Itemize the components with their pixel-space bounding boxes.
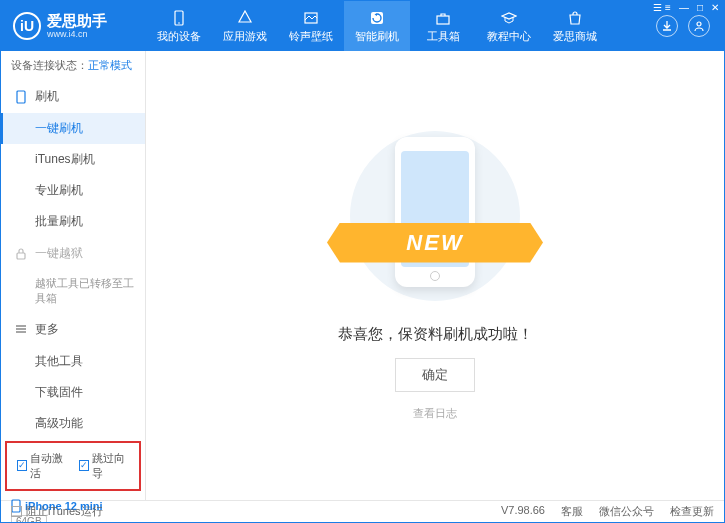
service-link[interactable]: 客服: [561, 504, 583, 519]
auto-activate-checkbox[interactable]: ✓自动激活: [17, 451, 67, 481]
sidebar-item-itunes-flash[interactable]: iTunes刷机: [1, 144, 145, 175]
user-button[interactable]: [688, 15, 710, 37]
main-content: NEW 恭喜您，保资料刷机成功啦！ 确定 查看日志: [146, 51, 724, 500]
title-bar: ☰ ≡ — □ ✕ iU 爱思助手 www.i4.cn 我的设备 应用游戏 铃声…: [1, 1, 724, 51]
toolbox-icon: [434, 9, 452, 27]
block-itunes-label: 阻止iTunes运行: [26, 504, 103, 519]
ok-button[interactable]: 确定: [395, 358, 475, 392]
top-nav: 我的设备 应用游戏 铃声壁纸 智能刷机 工具箱 教程中心 爱思商城: [146, 1, 656, 51]
nav-label: 智能刷机: [355, 29, 399, 44]
flash-section-head[interactable]: 刷机: [1, 80, 145, 113]
wallpaper-icon: [302, 9, 320, 27]
phone-icon: [15, 90, 27, 104]
view-log-link[interactable]: 查看日志: [413, 406, 457, 421]
nav-label: 铃声壁纸: [289, 29, 333, 44]
svg-point-5: [697, 22, 701, 26]
new-ribbon: NEW: [327, 223, 543, 263]
nav-smart-flash[interactable]: 智能刷机: [344, 1, 410, 51]
refresh-icon: [368, 9, 386, 27]
nav-ringtones[interactable]: 铃声壁纸: [278, 1, 344, 51]
bag-icon: [566, 9, 584, 27]
check-update-link[interactable]: 检查更新: [670, 504, 714, 519]
more-section-head[interactable]: 更多: [1, 313, 145, 346]
nav-store[interactable]: 爱思商城: [542, 1, 608, 51]
apps-icon: [236, 9, 254, 27]
status-value: 正常模式: [88, 59, 132, 71]
logo: iU 爱思助手 www.i4.cn: [1, 12, 146, 40]
sidebar-item-batch-flash[interactable]: 批量刷机: [1, 206, 145, 237]
close-icon[interactable]: ✕: [711, 2, 719, 13]
sidebar-item-pro-flash[interactable]: 专业刷机: [1, 175, 145, 206]
svg-rect-4: [437, 16, 449, 24]
nav-apps[interactable]: 应用游戏: [212, 1, 278, 51]
svg-rect-6: [17, 91, 25, 103]
version-label: V7.98.66: [501, 504, 545, 519]
sidebar-item-other-tools[interactable]: 其他工具: [1, 346, 145, 377]
nav-label: 应用游戏: [223, 29, 267, 44]
nav-label: 我的设备: [157, 29, 201, 44]
wechat-link[interactable]: 微信公众号: [599, 504, 654, 519]
graduation-icon: [500, 9, 518, 27]
sidebar-item-download-firmware[interactable]: 下载固件: [1, 377, 145, 408]
sidebar-item-advanced[interactable]: 高级功能: [1, 408, 145, 439]
jailbreak-note: 越狱工具已转移至工具箱: [1, 270, 145, 313]
download-button[interactable]: [656, 15, 678, 37]
logo-title: 爱思助手: [47, 13, 107, 30]
options-highlight: ✓自动激活 ✓跳过向导: [5, 441, 141, 491]
skip-guide-checkbox[interactable]: ✓跳过向导: [79, 451, 129, 481]
nav-label: 教程中心: [487, 29, 531, 44]
nav-my-device[interactable]: 我的设备: [146, 1, 212, 51]
maximize-icon[interactable]: □: [697, 2, 703, 13]
logo-subtitle: www.i4.cn: [47, 29, 107, 39]
header-actions: [656, 15, 724, 37]
nav-tutorials[interactable]: 教程中心: [476, 1, 542, 51]
phone-icon: [170, 9, 188, 27]
success-illustration: NEW: [335, 131, 535, 311]
block-itunes-checkbox[interactable]: [11, 506, 22, 517]
nav-label: 爱思商城: [553, 29, 597, 44]
sidebar: 设备连接状态：正常模式 刷机 一键刷机 iTunes刷机 专业刷机 批量刷机 一…: [1, 51, 146, 500]
lock-icon: [15, 248, 27, 260]
menu-icon: [15, 323, 27, 335]
menu-icon[interactable]: ☰ ≡: [653, 2, 671, 13]
success-message: 恭喜您，保资料刷机成功啦！: [338, 325, 533, 344]
minimize-icon[interactable]: —: [679, 2, 689, 13]
logo-icon: iU: [13, 12, 41, 40]
nav-toolbox[interactable]: 工具箱: [410, 1, 476, 51]
jailbreak-section-head[interactable]: 一键越狱: [1, 237, 145, 270]
svg-point-1: [178, 22, 180, 24]
connection-status: 设备连接状态：正常模式: [1, 51, 145, 80]
window-controls: ☰ ≡ — □ ✕: [653, 2, 719, 13]
nav-label: 工具箱: [427, 29, 460, 44]
svg-rect-7: [17, 253, 25, 259]
sidebar-item-oneclick-flash[interactable]: 一键刷机: [1, 113, 145, 144]
